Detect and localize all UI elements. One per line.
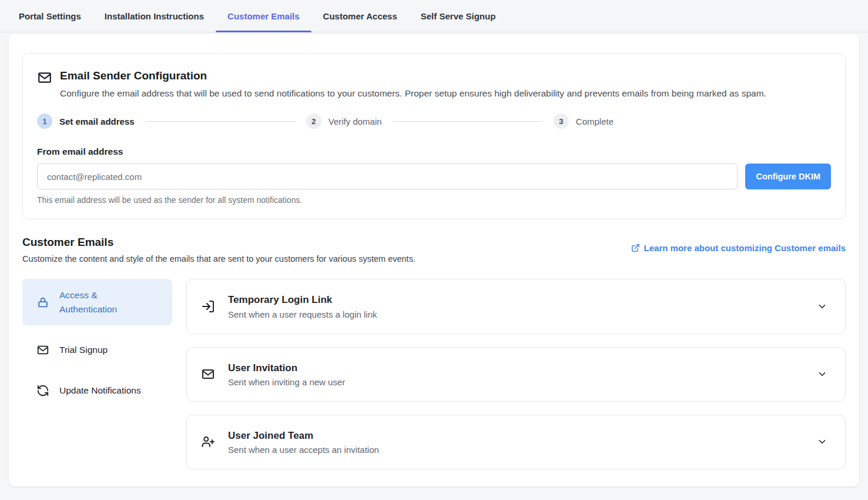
template-title: User Invitation xyxy=(228,362,804,375)
tab-customer-access[interactable]: Customer Access xyxy=(311,0,409,32)
from-email-label: From email address xyxy=(37,146,831,157)
category-access-authentication[interactable]: Access & Authentication xyxy=(22,279,172,325)
tab-portal-settings[interactable]: Portal Settings xyxy=(7,0,93,32)
email-template-list: Temporary Login Link Sent when a user re… xyxy=(186,279,846,482)
mail-icon xyxy=(36,344,49,356)
tab-installation-instructions[interactable]: Installation Instructions xyxy=(93,0,216,32)
email-input-row: Configure DKIM xyxy=(37,164,831,189)
configure-dkim-button[interactable]: Configure DKIM xyxy=(745,164,831,189)
customer-emails-section-header: Customer Emails Customize the content an… xyxy=(22,236,846,264)
template-user-joined-team[interactable]: User Joined Team Sent when a user accept… xyxy=(186,415,846,469)
email-category-list: Access & Authentication Trial Signup xyxy=(22,279,172,482)
step-label: Set email address xyxy=(59,116,135,126)
step-set-email-address: 1 Set email address xyxy=(37,114,135,129)
tab-customer-emails[interactable]: Customer Emails xyxy=(216,0,311,32)
template-temporary-login-link[interactable]: Temporary Login Link Sent when a user re… xyxy=(186,279,846,334)
template-title: User Joined Team xyxy=(228,429,804,442)
template-subtitle: Sent when a user accepts an invitation xyxy=(228,445,804,455)
customer-emails-panel: Email Sender Configuration Configure the… xyxy=(9,34,859,486)
email-helper-text: This email address will be used as the s… xyxy=(37,195,831,205)
step-connector xyxy=(145,121,296,122)
step-verify-domain: 2 Verify domain xyxy=(306,114,382,129)
tab-self-serve-signup[interactable]: Self Serve Signup xyxy=(409,0,508,32)
step-number: 3 xyxy=(554,114,569,129)
category-label: Access & Authentication xyxy=(59,288,133,316)
chevron-down-icon[interactable] xyxy=(817,369,827,379)
category-update-notifications[interactable]: Update Notifications xyxy=(22,374,172,406)
category-label: Trial Signup xyxy=(59,343,108,356)
template-subtitle: Sent when a user requests a login link xyxy=(228,309,804,319)
mail-icon xyxy=(37,70,52,99)
step-complete: 3 Complete xyxy=(554,114,614,129)
settings-tab-bar: Portal Settings Installation Instruction… xyxy=(0,0,868,32)
template-subtitle: Sent when inviting a new user xyxy=(228,377,804,387)
section-title: Customer Emails xyxy=(22,236,415,249)
email-sender-configuration-card: Email Sender Configuration Configure the… xyxy=(22,53,846,219)
refresh-icon xyxy=(36,384,49,397)
template-title: Temporary Login Link xyxy=(228,294,804,306)
customer-emails-body: Access & Authentication Trial Signup xyxy=(22,279,846,482)
setup-stepper: 1 Set email address 2 Verify domain 3 Co… xyxy=(37,114,831,129)
mail-icon xyxy=(201,367,215,381)
chevron-down-icon[interactable] xyxy=(817,301,827,312)
step-connector xyxy=(393,121,543,122)
lock-icon xyxy=(36,296,49,309)
config-title: Email Sender Configuration xyxy=(60,69,766,83)
section-description: Customize the content and style of the e… xyxy=(22,254,415,264)
category-trial-signup[interactable]: Trial Signup xyxy=(22,334,172,366)
config-header: Email Sender Configuration Configure the… xyxy=(37,69,831,99)
step-number: 2 xyxy=(306,114,321,129)
learn-more-link[interactable]: Learn more about customizing Customer em… xyxy=(631,243,846,253)
log-in-icon xyxy=(201,299,215,314)
chevron-down-icon[interactable] xyxy=(817,436,827,447)
step-label: Verify domain xyxy=(329,116,382,126)
from-email-input[interactable] xyxy=(37,164,738,189)
config-description: Configure the email address that will be… xyxy=(60,87,766,100)
external-link-icon xyxy=(631,244,640,252)
category-label: Update Notifications xyxy=(59,384,141,397)
step-label: Complete xyxy=(576,116,614,126)
user-plus-icon xyxy=(201,435,215,449)
step-number: 1 xyxy=(37,114,52,129)
learn-more-label: Learn more about customizing Customer em… xyxy=(644,243,846,253)
template-user-invitation[interactable]: User Invitation Sent when inviting a new… xyxy=(186,347,846,402)
